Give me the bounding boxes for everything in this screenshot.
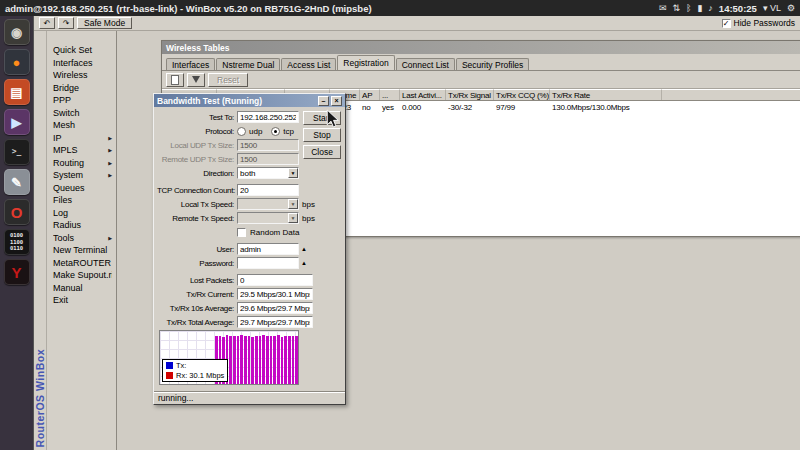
user-row: User: ▲ (157, 243, 342, 255)
sidebar-item-label: System (53, 170, 108, 180)
user-input[interactable] (237, 243, 299, 255)
filter-button[interactable] (187, 73, 205, 87)
password-up-arrow-icon[interactable]: ▲ (301, 260, 307, 266)
session-indicator[interactable]: ▾ VL (763, 3, 781, 13)
wireless-tables-tabs: InterfacesNstreme DualAccess ListRegistr… (162, 54, 800, 71)
hide-passwords-label: Hide Passwords (734, 18, 795, 28)
column-header-tx-rx-signal[interactable]: Tx/Rx Signal ... (446, 89, 494, 100)
opera-button[interactable]: O (4, 199, 30, 225)
redo-button[interactable]: ↷ (58, 17, 74, 29)
sidebar-item-wireless[interactable]: Wireless (47, 69, 116, 82)
funnel-icon (192, 76, 200, 83)
protocol-radio-group: udptcp (237, 127, 303, 136)
tcp-connection-count-label: TCP Connection Count: (157, 186, 237, 195)
dropdown-arrow-icon[interactable]: ▼ (288, 213, 298, 223)
sidebar-item-radius[interactable]: Radius (47, 219, 116, 232)
sidebar-item-files[interactable]: Files (47, 194, 116, 207)
direction-select[interactable]: both ▼ (237, 167, 299, 179)
dialog-titlebar[interactable]: Bandwidth Test (Running) – × (154, 94, 345, 107)
sidebar-item-mpls[interactable]: MPLS▶ (47, 144, 116, 157)
password-input[interactable] (237, 257, 299, 269)
system-tray: ✉⇅ᛒ▮♪14:50:25▾ VL⚙ (659, 3, 795, 14)
sidebar-item-ip[interactable]: IP▶ (47, 132, 116, 145)
media-player-button-glyph: ▶ (12, 116, 22, 129)
undo-button[interactable]: ↶ (39, 17, 55, 29)
tab-registration[interactable]: Registration (337, 55, 394, 70)
reset-button[interactable]: Reset (208, 73, 248, 87)
remote-udp-tx-size-input (237, 153, 299, 165)
column-header-last-activi[interactable]: Last Activi... (400, 89, 446, 100)
column-header-ap[interactable]: AP (360, 89, 380, 100)
wine-button-glyph: Y (11, 265, 21, 280)
bluetooth-icon[interactable]: ᛒ (686, 3, 691, 13)
dialog-close-button[interactable]: × (331, 96, 342, 106)
tab-nstreme-dual[interactable]: Nstreme Dual (216, 58, 280, 70)
sidebar-item-bridge[interactable]: Bridge (47, 82, 116, 95)
stop-button[interactable]: Stop (303, 128, 341, 142)
files-button[interactable]: ▤ (4, 79, 30, 105)
chart-bar (229, 336, 232, 384)
hide-passwords-checkbox[interactable]: ✓ (722, 19, 731, 28)
wine-button[interactable]: Y (4, 259, 30, 285)
user-up-arrow-icon[interactable]: ▲ (301, 246, 307, 252)
wireless-tables-titlebar[interactable]: Wireless Tables (162, 41, 800, 54)
dropdown-arrow-icon[interactable]: ▼ (288, 168, 298, 178)
text-editor-button-glyph: ✎ (11, 176, 22, 189)
sidebar-item-system[interactable]: System▶ (47, 169, 116, 182)
ubuntu-button[interactable]: ◉ (4, 19, 30, 45)
routeros-brand-strip: RouterOS WinBox (34, 31, 47, 450)
sidebar-item-ppp[interactable]: PPP (47, 94, 116, 107)
txrx-10s-average-label: Tx/Rx 10s Average: (157, 304, 237, 313)
legend-swatch (166, 372, 173, 379)
protocol-option-udp[interactable]: udp (237, 127, 262, 136)
sidebar-item-tools[interactable]: Tools▶ (47, 232, 116, 245)
dialog-minimize-button[interactable]: – (318, 96, 329, 106)
remote-tx-speed-select[interactable]: ▼ (237, 212, 299, 224)
sidebar-item-switch[interactable]: Switch (47, 107, 116, 120)
sidebar-item-manual[interactable]: Manual (47, 282, 116, 295)
battery-icon[interactable]: ▮ (697, 3, 702, 13)
safe-mode-button[interactable]: Safe Mode (77, 17, 132, 29)
sidebar-item-new-terminal[interactable]: New Terminal (47, 244, 116, 257)
column-header-col5[interactable]: ... (380, 89, 400, 100)
clock-label[interactable]: 14:50:25 (719, 3, 757, 14)
terminal-button[interactable]: >_ (4, 139, 30, 165)
user-label: User: (157, 245, 237, 254)
protocol-option-tcp[interactable]: tcp (271, 127, 294, 136)
media-player-button[interactable]: ▶ (4, 109, 30, 135)
firefox-button[interactable]: ● (4, 49, 30, 75)
sidebar-item-log[interactable]: Log (47, 207, 116, 220)
local-tx-speed-select[interactable]: ▼ (237, 198, 299, 210)
tab-security-profiles[interactable]: Security Profiles (456, 58, 529, 70)
volume-icon[interactable]: ♪ (708, 3, 713, 13)
protocol-label: Protocol: (157, 127, 237, 136)
dropdown-arrow-icon[interactable]: ▼ (288, 199, 298, 209)
mail-icon[interactable]: ✉ (659, 3, 667, 13)
hide-passwords-group: ✓ Hide Passwords (722, 18, 795, 28)
sidebar-item-label: Radius (53, 220, 112, 230)
list-settings-button[interactable] (166, 73, 184, 87)
sidebar-item-mesh[interactable]: Mesh (47, 119, 116, 132)
column-header-tx-rx-rate[interactable]: Tx/Rx Rate (550, 89, 662, 100)
sidebar-item-label: Routing (53, 158, 108, 168)
random-data-checkbox[interactable] (237, 228, 246, 237)
power-menu-icon[interactable]: ⚙ (787, 3, 795, 13)
tcp-connection-count-input[interactable] (237, 184, 299, 196)
column-header-tx-rx-ccq[interactable]: Tx/Rx CCQ (%) (494, 89, 550, 100)
sidebar-item-interfaces[interactable]: Interfaces (47, 57, 116, 70)
sidebar-item-exit[interactable]: Exit (47, 294, 116, 307)
text-editor-button[interactable]: ✎ (4, 169, 30, 195)
close-button[interactable]: Close (303, 145, 341, 159)
tab-connect-list[interactable]: Connect List (396, 58, 455, 70)
sidebar-item-queues[interactable]: Queues (47, 182, 116, 195)
sidebar-item-make-supout-rif[interactable]: Make Supout.rif (47, 269, 116, 282)
tab-access-list[interactable]: Access List (281, 58, 336, 70)
table-cell-6: 0.000 (400, 101, 446, 113)
sidebar-item-routing[interactable]: Routing▶ (47, 157, 116, 170)
tab-interfaces[interactable]: Interfaces (166, 58, 215, 70)
binary-app-button[interactable]: 0100 1100 0110 (4, 229, 30, 255)
sidebar-item-quick-set[interactable]: Quick Set (47, 44, 116, 57)
sidebar-item-metarouter[interactable]: MetaROUTER (47, 257, 116, 270)
test-to-input[interactable] (237, 111, 299, 123)
network-icon[interactable]: ⇅ (672, 3, 680, 13)
